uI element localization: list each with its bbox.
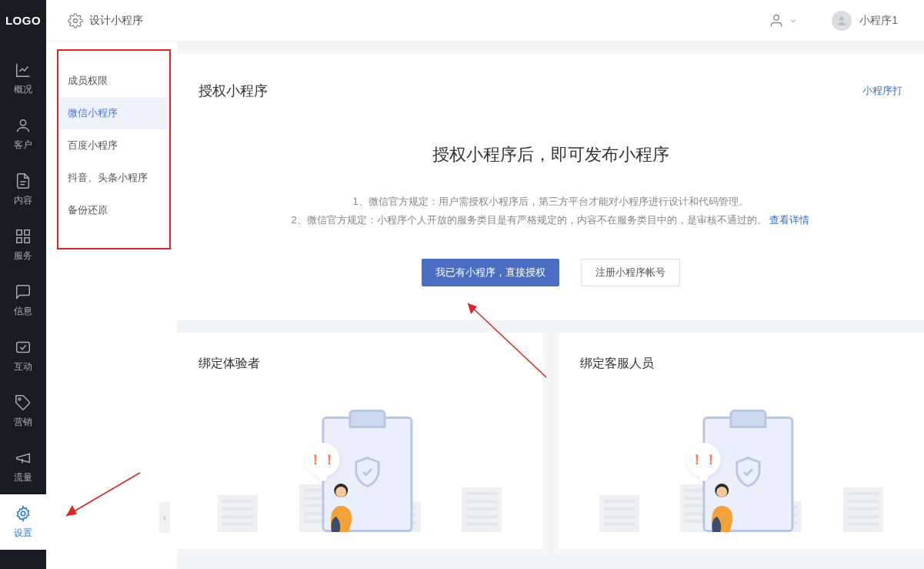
- avatar-icon: [836, 15, 848, 27]
- avatar: [832, 11, 852, 31]
- authorize-title: 授权小程序: [198, 82, 268, 100]
- tag-icon: [15, 394, 32, 411]
- bind-staff-card: 绑定客服人员 ！！: [559, 333, 925, 549]
- nav-label: 服务: [14, 249, 32, 263]
- nav-label: 设置: [14, 527, 32, 540]
- svg-point-14: [335, 487, 346, 497]
- current-account[interactable]: 小程序1: [832, 11, 898, 31]
- nav-marketing[interactable]: 营销: [0, 383, 46, 439]
- nav-message[interactable]: 信息: [0, 273, 46, 328]
- main-content: 授权小程序 小程序打 授权小程序后，即可发布小程序 1、微信官方规定：用户需授权…: [177, 42, 924, 569]
- user-icon: [15, 117, 32, 134]
- warning-bubble: ！！: [687, 443, 721, 477]
- primary-nav: 概况 客户 内容 服务 信息 互动 营销 流量 设置: [0, 42, 46, 569]
- svg-point-1: [774, 15, 779, 20]
- register-account-button[interactable]: 注册小程序帐号: [581, 259, 680, 286]
- bind-staff-title: 绑定客服人员: [580, 356, 903, 372]
- authorize-description: 1、微信官方规定：用户需授权小程序后，第三方平台才能对小程序进行设计和代码管理。…: [198, 192, 902, 229]
- design-miniprogram-label: 设计小程序: [89, 14, 143, 28]
- interact-icon: [15, 339, 32, 356]
- submenu-baidu-miniprogram[interactable]: 百度小程序: [58, 129, 169, 162]
- nav-overview[interactable]: 概况: [0, 51, 46, 106]
- user-icon: [769, 13, 784, 28]
- empty-state-illustration: ！！: [198, 403, 522, 541]
- message-icon: [15, 283, 32, 300]
- grid-icon: [15, 228, 32, 245]
- nav-label: 流量: [14, 471, 32, 484]
- gear-outline-icon: [68, 13, 83, 28]
- authorize-headline: 授权小程序后，即可发布小程序: [198, 143, 902, 166]
- svg-rect-7: [25, 229, 29, 234]
- svg-point-11: [18, 398, 21, 400]
- nav-traffic[interactable]: 流量: [0, 439, 46, 494]
- bind-tester-title: 绑定体验者: [198, 356, 522, 372]
- person-sitting-icon: [696, 480, 742, 534]
- submenu-wechat-miniprogram[interactable]: 微信小程序: [58, 97, 169, 129]
- auth-rule-2-text: 2、微信官方规定：小程序个人开放的服务类目是有严格规定的，内容不在服务类目中的，…: [292, 214, 767, 226]
- nav-service[interactable]: 服务: [0, 217, 46, 273]
- top-header: LOGO 设计小程序 小程序1: [0, 0, 924, 42]
- nav-customer[interactable]: 客户: [0, 106, 46, 162]
- miniprogram-link[interactable]: 小程序打: [862, 84, 902, 98]
- logo: LOGO: [0, 0, 46, 42]
- view-details-link[interactable]: 查看详情: [769, 214, 809, 226]
- megaphone-icon: [15, 450, 32, 467]
- svg-point-12: [21, 511, 25, 516]
- nav-label: 互动: [14, 360, 32, 373]
- account-name: 小程序1: [859, 14, 898, 28]
- svg-rect-9: [25, 237, 29, 242]
- chart-icon: [15, 62, 32, 79]
- nav-content[interactable]: 内容: [0, 162, 46, 217]
- sidebar-collapse-handle[interactable]: ‹: [159, 502, 170, 533]
- document-icon: [15, 172, 32, 189]
- nav-interact[interactable]: 互动: [0, 328, 46, 383]
- svg-rect-8: [17, 237, 22, 242]
- person-sitting-icon: [315, 480, 361, 534]
- svg-point-2: [840, 16, 844, 20]
- nav-settings[interactable]: 设置: [0, 494, 46, 550]
- annotation-highlight-box: 成员权限 微信小程序 百度小程序 抖音、头条小程序 备份还原: [57, 49, 171, 249]
- submenu-backup-restore[interactable]: 备份还原: [58, 194, 169, 226]
- svg-point-0: [74, 18, 78, 22]
- svg-rect-6: [17, 229, 22, 234]
- nav-label: 概况: [14, 83, 32, 96]
- authorize-card: 授权小程序 小程序打 授权小程序后，即可发布小程序 1、微信官方规定：用户需授权…: [177, 54, 924, 320]
- nav-label: 内容: [14, 194, 32, 207]
- account-switcher[interactable]: [769, 13, 798, 28]
- svg-point-16: [716, 487, 727, 497]
- auth-rule-2: 2、微信官方规定：小程序个人开放的服务类目是有严格规定的，内容不在服务类目中的，…: [198, 211, 902, 229]
- chevron-down-icon: [789, 16, 798, 25]
- svg-point-3: [20, 119, 25, 125]
- submenu-members[interactable]: 成员权限: [58, 65, 169, 97]
- authorize-button[interactable]: 我已有小程序，直接授权: [422, 259, 559, 286]
- empty-state-illustration: ！！: [580, 403, 903, 541]
- settings-submenu: 成员权限 微信小程序 百度小程序 抖音、头条小程序 备份还原: [46, 42, 162, 569]
- nav-label: 信息: [14, 305, 32, 318]
- bind-tester-card: 绑定体验者 ！！: [177, 333, 543, 549]
- design-miniprogram-link[interactable]: 设计小程序: [68, 13, 143, 28]
- gear-icon: [15, 505, 32, 522]
- auth-rule-1: 1、微信官方规定：用户需授权小程序后，第三方平台才能对小程序进行设计和代码管理。: [198, 192, 902, 211]
- nav-label: 客户: [14, 139, 32, 152]
- submenu-douyin-miniprogram[interactable]: 抖音、头条小程序: [58, 162, 169, 194]
- svg-rect-10: [17, 342, 30, 352]
- warning-bubble: ！！: [305, 443, 339, 477]
- nav-label: 营销: [14, 416, 32, 429]
